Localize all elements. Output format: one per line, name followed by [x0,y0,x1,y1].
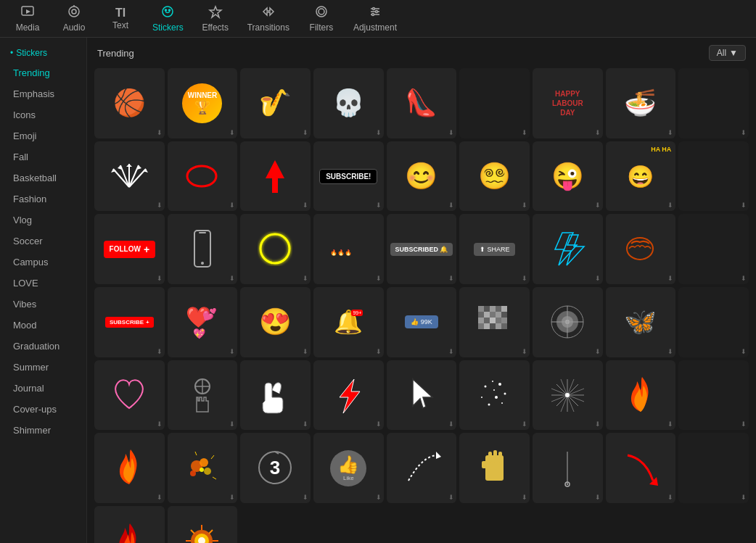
sticker-star-dust[interactable]: ⬇ [459,360,530,431]
sticker-follow-btn[interactable]: FOLLOW + ⬇ [94,214,165,284]
sticker-brain[interactable]: ⬇ [606,214,676,284]
nav-media[interactable]: Media [6,1,49,36]
sticker-star-burst[interactable]: ⬇ [533,360,603,431]
sidebar-item-love[interactable]: LOVE [3,273,83,294]
svg-rect-53 [478,323,484,329]
sticker-labour-day[interactable]: HAPPYLABOURDAY ⬇ [533,68,603,138]
effects-icon [208,4,223,21]
svg-point-87 [200,458,208,467]
sticker-explosion[interactable]: ⬇ [168,506,238,543]
sidebar-item-fall[interactable]: Fall [3,146,83,167]
sticker-like-99k[interactable]: 👍 99K ⬇ [387,287,457,357]
sticker-heart-eyes[interactable]: 😍 ⬇ [240,287,311,357]
sidebar: Stickers Trending Emphasis Icons Emoji F… [0,38,87,543]
sticker-hand-finger[interactable]: ⬇ [459,433,530,503]
sticker-empty-1[interactable]: ⬇ [459,68,530,138]
sidebar-item-basketball[interactable]: Basketball [3,167,83,188]
svg-rect-102 [482,461,488,468]
sticker-glow-ring[interactable]: ⬇ [240,214,311,284]
sticker-saxophone[interactable]: 🎷 ⬇ [240,68,311,138]
sticker-red-arrow-2[interactable]: ⬇ [606,433,676,503]
nav-text[interactable]: TI Text [99,4,142,33]
sticker-haha-emoji[interactable]: 😄 HA HA ⬇ [606,141,676,212]
nav-adjustment[interactable]: Adjustment [346,1,404,36]
sticker-winner-badge[interactable]: WINNER 🏆 ⬇ [168,68,238,138]
sticker-red-circle[interactable]: ⬇ [168,141,238,212]
sticker-pink-heart[interactable]: ⬇ [94,360,165,431]
nav-stickers[interactable]: Stickers [145,1,191,36]
sidebar-item-summer[interactable]: Summer [3,357,83,378]
svg-point-72 [501,402,503,404]
sticker-white-cursor[interactable]: ⬇ [387,360,457,431]
sticker-white-arrows[interactable]: ⬇ [94,141,165,212]
sticker-bell-notification[interactable]: 🔔 99+ ⬇ [313,287,384,357]
sticker-red-bolt[interactable]: ⬇ [313,360,384,431]
svg-point-74 [481,397,482,398]
svg-point-15 [375,11,377,13]
sticker-empty-7[interactable]: ⬇ [678,433,749,503]
sticker-pointer-hand[interactable]: ⬇ [240,360,311,431]
sidebar-item-trending[interactable]: Trending [3,62,83,83]
sticker-lightning[interactable]: ⬇ [533,214,603,284]
sticker-share-btn[interactable]: ⬆ SHARE ⬇ [459,214,530,284]
sidebar-item-fashion[interactable]: Fashion [3,188,83,210]
sticker-subscribed-btn[interactable]: SUBSCRIBED 🔔 ⬇ [387,214,457,284]
sticker-empty-6[interactable]: ⬇ [678,360,749,431]
sticker-high-heels[interactable]: 👠 ⬇ [387,68,457,138]
sidebar-item-journal[interactable]: Journal [3,378,83,399]
sidebar-item-campus[interactable]: Campus [3,252,83,273]
sticker-pixel-gray-1[interactable]: ⬇ [459,287,530,357]
sidebar-item-mood[interactable]: Mood [3,315,83,336]
sidebar-item-vlog[interactable]: Vlog [3,210,83,231]
svg-rect-101 [498,452,502,463]
sticker-sparkles[interactable]: ⬇ [168,433,238,503]
sticker-red-down-arrow[interactable]: ⬇ [240,141,311,212]
sticker-happy-emoji[interactable]: 😊 ⬇ [387,141,457,212]
sidebar-item-vibes[interactable]: Vibes [3,294,83,315]
sticker-phone[interactable]: ⬇ [168,214,238,284]
sticker-countdown-3[interactable]: 3 ⬇ [240,433,311,503]
sticker-empty-5[interactable]: ⬇ [678,287,749,357]
nav-effects[interactable]: Effects [194,1,237,36]
sticker-fire-text[interactable]: 🔥🔥🔥 ⬇ [313,214,384,284]
sticker-vertical-line[interactable]: ⬇ [533,433,603,503]
sidebar-item-icons[interactable]: Icons [3,104,83,125]
sticker-cursor-hand[interactable]: ⬇ [168,360,238,431]
sidebar-item-graduation[interactable]: Graduation [3,336,83,357]
sidebar-item-emoji[interactable]: Emoji [3,125,83,146]
audio-icon [67,4,81,21]
sticker-flame2[interactable]: ⬇ [94,433,165,503]
sticker-tongue-emoji[interactable]: 😜 ⬇ [533,141,603,212]
sidebar-item-coverups[interactable]: Cover-ups [3,399,83,420]
nav-transitions[interactable]: Transitions [240,1,297,36]
sticker-skull[interactable]: 💀 ⬇ [313,68,384,138]
sticker-subscribe2-btn[interactable]: SUBSCRIBE + ⬇ [94,287,165,357]
sticker-pixel-gray-2[interactable]: ⬇ [533,287,603,357]
sticker-flame[interactable]: ⬇ [606,360,676,431]
sidebar-item-emphasis[interactable]: Emphasis [3,83,83,104]
svg-rect-39 [484,306,490,312]
svg-point-7 [169,9,170,11]
sticker-thumbs-up[interactable]: 👍 Like ⬇ [313,433,384,503]
sidebar-item-soccer[interactable]: Soccer [3,231,83,252]
content-header: Trending All ▼ [94,45,749,61]
sticker-basketball-hoop[interactable]: 🏀 ⬇ [94,68,165,138]
sticker-noodle-bowl[interactable]: 🍜 ⬇ [606,68,676,138]
sticker-subscribe-btn[interactable]: SUBSCRIBE! ⬇ [313,141,384,212]
sticker-dizzy-emoji[interactable]: 😵‍💫 ⬇ [459,141,530,212]
nav-filters[interactable]: Filters [300,1,343,36]
sidebar-item-shimmer[interactable]: Shimmer [3,420,83,441]
sticker-dotted-line[interactable]: ⬇ [387,433,457,503]
svg-point-73 [488,403,490,405]
sticker-empty-4[interactable]: ⬇ [678,214,749,284]
svg-rect-48 [478,318,484,323]
all-filter-button[interactable]: All ▼ [709,45,746,61]
nav-audio[interactable]: Audio [52,1,96,36]
sticker-empty-3[interactable]: ⬇ [678,141,749,212]
sticker-empty-2[interactable]: ⬇ [678,68,749,138]
svg-rect-44 [484,312,490,318]
svg-line-114 [191,530,194,534]
sticker-hearts[interactable]: ❤️ 💕 💖 ⬇ [168,287,238,357]
sticker-red-fire-3[interactable]: ⬇ [94,506,165,543]
sticker-butterfly[interactable]: 🦋 ⬇ [606,287,676,357]
